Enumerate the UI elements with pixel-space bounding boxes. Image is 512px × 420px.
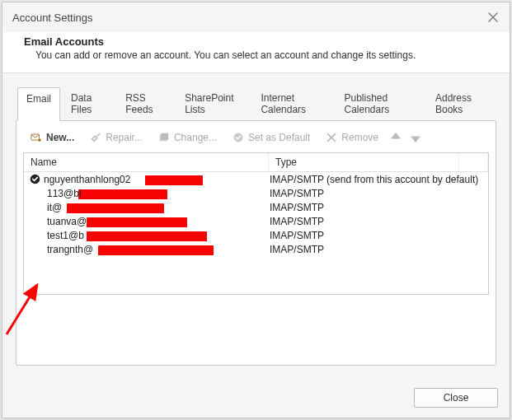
close-icon	[488, 12, 498, 22]
account-name-cell: test1@b	[27, 230, 263, 241]
repair-icon	[89, 131, 102, 144]
repair-account-button[interactable]: Repair...	[84, 129, 148, 146]
redaction-box	[145, 175, 203, 185]
account-row[interactable]: it@IMAP/SMTP	[24, 200, 488, 214]
account-name-cell: 113@bl	[27, 188, 263, 199]
account-name-text: test1@b	[47, 230, 84, 241]
change-account-button[interactable]: Change...	[153, 129, 222, 146]
account-type-cell: IMAP/SMTP	[263, 188, 488, 199]
account-name-text: it@	[47, 202, 62, 213]
accounts-grid: Name Type nguyenthanhlong02IMAP/SMTP (se…	[23, 152, 489, 295]
account-name-cell: tuanva@	[27, 216, 263, 227]
remove-button-label: Remove	[341, 132, 378, 143]
dialog-header: Email Accounts You can add or remove an …	[2, 32, 510, 73]
column-header-name[interactable]: Name	[24, 153, 269, 171]
arrow-up-icon	[388, 130, 403, 145]
header-title: Email Accounts	[24, 35, 488, 48]
dialog-title: Account Settings	[12, 12, 93, 24]
column-header-tail	[459, 153, 488, 171]
remove-icon	[325, 131, 338, 144]
move-down-button[interactable]	[408, 130, 423, 145]
remove-account-button[interactable]: Remove	[320, 129, 383, 146]
account-name-text: tuanva@	[47, 216, 87, 227]
set-default-button-label: Set as Default	[248, 132, 310, 143]
arrow-down-icon	[408, 130, 423, 145]
move-up-button[interactable]	[388, 130, 403, 145]
tab-internet-calendars[interactable]: Internet Calendars	[251, 86, 333, 120]
repair-button-label: Repair...	[106, 132, 143, 143]
account-type-cell: IMAP/SMTP	[263, 202, 488, 213]
tab-rss-feeds[interactable]: RSS Feeds	[116, 86, 174, 120]
change-icon	[157, 131, 171, 144]
account-row[interactable]: tuanva@IMAP/SMTP	[24, 214, 488, 228]
redaction-box	[87, 217, 187, 227]
svg-rect-3	[161, 133, 168, 140]
account-name-text: trangnth@	[47, 244, 93, 255]
tab-published-calendars[interactable]: Published Calendars	[335, 86, 424, 120]
dialog-titlebar: Account Settings	[2, 2, 510, 32]
account-type-cell: IMAP/SMTP	[263, 216, 488, 227]
redaction-box	[87, 231, 207, 241]
account-row[interactable]: test1@bIMAP/SMTP	[24, 228, 488, 242]
tab-strip: EmailData FilesRSS FeedsSharePoint Lists…	[16, 86, 496, 120]
account-name-cell: trangnth@	[27, 244, 263, 255]
column-header-type[interactable]: Type	[269, 153, 459, 171]
account-type-cell: IMAP/SMTP (send from this account by def…	[263, 174, 488, 185]
account-name-text: nguyenthanhlong02	[44, 174, 130, 185]
close-button[interactable]: Close	[414, 388, 498, 408]
set-default-button[interactable]: Set as Default	[227, 129, 315, 146]
account-row[interactable]: 113@blIMAP/SMTP	[24, 186, 488, 200]
account-type-cell: IMAP/SMTP	[263, 230, 488, 241]
dialog-body: EmailData FilesRSS FeedsSharePoint Lists…	[2, 73, 510, 381]
default-account-check-icon	[29, 174, 40, 185]
new-account-button[interactable]: New...	[25, 129, 79, 146]
redaction-box	[78, 189, 167, 199]
header-subtitle: You can add or remove an account. You ca…	[24, 49, 488, 61]
redaction-box	[98, 245, 214, 255]
dialog-footer: Close	[2, 381, 510, 418]
close-button-label: Close	[444, 392, 469, 404]
account-type-cell: IMAP/SMTP	[263, 244, 488, 255]
change-button-label: Change...	[174, 132, 217, 143]
tab-panel-email: New... Repair... Change...	[16, 120, 496, 366]
account-settings-dialog: Account Settings Email Accounts You can …	[2, 2, 510, 418]
account-name-cell: nguyenthanhlong02	[27, 174, 263, 185]
account-name-cell: it@	[27, 202, 263, 213]
grid-body: nguyenthanhlong02IMAP/SMTP (send from th…	[24, 172, 488, 294]
account-name-text: 113@bl	[47, 188, 82, 199]
redaction-box	[67, 203, 164, 213]
tab-address-books[interactable]: Address Books	[426, 86, 496, 120]
tab-email[interactable]: Email	[17, 87, 60, 121]
accounts-toolbar: New... Repair... Change...	[23, 128, 489, 152]
dialog-close-button[interactable]	[483, 7, 503, 27]
set-default-check-icon	[232, 131, 245, 144]
grid-header: Name Type	[24, 153, 488, 172]
tab-data-files[interactable]: Data Files	[62, 86, 115, 120]
account-row[interactable]: nguyenthanhlong02IMAP/SMTP (send from th…	[24, 172, 488, 186]
tab-sharepoint-lists[interactable]: SharePoint Lists	[176, 86, 250, 120]
new-button-label: New...	[46, 132, 74, 143]
account-row[interactable]: trangnth@IMAP/SMTP	[24, 242, 488, 256]
new-mail-icon	[30, 131, 43, 144]
